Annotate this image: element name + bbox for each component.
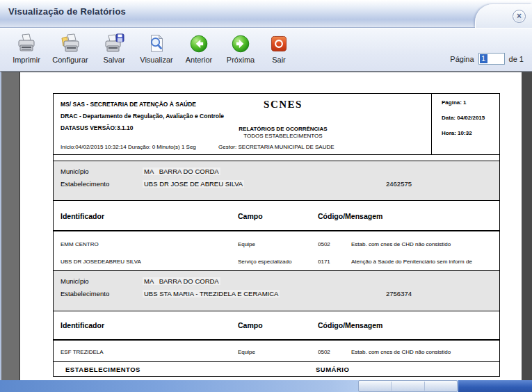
preview-button-label: Visualizar: [140, 56, 173, 64]
estabelecimento-value: UBS DR JOSE DE ABREU SILVA: [143, 180, 244, 188]
configure-button-label: Configurar: [52, 56, 88, 64]
table-rows-2: ESF TREZIDELA Equipe 0502 Estab. com cne…: [53, 341, 500, 362]
row-mensagem: Atenção à Saúde do Penitenciário sem inf…: [351, 259, 499, 265]
previous-arrow-icon: [189, 33, 209, 55]
report-header: MS/ SAS - SECRETARIA DE ATENÇÃO À SAÚDE …: [53, 93, 500, 155]
col-campo: Campo: [238, 321, 318, 339]
col-identificador: Identificador: [61, 212, 238, 230]
page-number-value: 1: [480, 54, 487, 63]
report-header-right: Página: 1 Data: 04/02/2015 Hora: 10:32: [431, 94, 499, 154]
org-line1: MS/ SAS - SECRETARIA DE ATENÇÃO À SAÚDE: [61, 99, 224, 111]
row-identificador: UBS DR JOSEDEABREU SILVA: [61, 259, 238, 265]
estabelecimento-value: UBS STA MARIA - TREZIDELA E CERAMICA: [143, 290, 280, 297]
table-row: UBS DR JOSEDEABREU SILVA Serviço especia…: [54, 253, 499, 270]
print-button[interactable]: Imprimir: [6, 32, 47, 64]
municipio-label: Município: [61, 168, 143, 175]
table-rows-1: EMM CENTRO Equipe 0502 Estab. com cnes d…: [53, 231, 500, 271]
row-codigo: 0502: [318, 241, 351, 247]
report-viewer: MS/ SAS - SECRETARIA DE ATENÇÃO À SAÚDE …: [0, 72, 532, 380]
toolbar: Imprimir Configurar Sa: [0, 28, 532, 72]
org-line2: DRAC - Departamento de Regulação, Avalia…: [61, 111, 224, 122]
header-date: Data: 04/02/2015: [442, 115, 499, 121]
print-button-label: Imprimir: [13, 56, 40, 64]
header-time: Hora: 10:32: [442, 130, 499, 136]
table-header-1: Identificador Campo Código/Mensagem: [53, 201, 500, 231]
window-title: Visualização de Relatórios: [8, 6, 126, 17]
municipio-value: MA BARRA DO CORDA: [143, 277, 220, 285]
col-identificador: Identificador: [61, 321, 238, 339]
spacer: [53, 155, 500, 161]
next-button[interactable]: Próxima: [220, 32, 261, 64]
report-title: RELATÓRIOS DE OCORRÊNCIAS: [193, 126, 373, 133]
report-content: MS/ SAS - SECRETARIA DE ATENÇÃO À SAÚDE …: [53, 93, 500, 377]
preview-button[interactable]: Visualizar: [135, 32, 178, 64]
table-row: EMM CENTRO Equipe 0502 Estab. com cnes d…: [54, 236, 499, 253]
save-button[interactable]: Salvar: [93, 32, 135, 64]
previous-button-label: Anterior: [186, 56, 213, 64]
header-page: Página: 1: [442, 99, 499, 106]
report-subtitle: TODOS ESTABELECIMENTOS: [193, 133, 373, 140]
row-codigo: 0502: [318, 349, 351, 355]
gestor-line: Gestor: SECRETARIA MUNICIPAL DE SAUDE: [218, 144, 334, 150]
col-campo: Campo: [238, 212, 318, 230]
scrollbar-track-right[interactable]: [458, 380, 532, 392]
row-campo: Equipe: [238, 349, 318, 355]
printer-save-icon: [103, 33, 125, 55]
next-button-label: Próxima: [227, 56, 255, 64]
col-codigo-mensagem: Código/Mensagem: [318, 212, 499, 230]
exit-button[interactable]: Sair: [261, 32, 296, 64]
titlebar: Visualização de Relatórios ×: [0, 0, 532, 28]
cnes-code: 2756374: [386, 290, 499, 297]
municipio-value: MA BARRA DO CORDA: [143, 168, 220, 175]
cnes-code: 2462575: [386, 180, 499, 188]
col-codigo-mensagem: Código/Mensagem: [318, 321, 499, 339]
next-arrow-icon: [231, 33, 250, 55]
save-button-label: Salvar: [103, 56, 124, 64]
preview-icon: [146, 33, 167, 55]
scrollbar-thumb[interactable]: [358, 380, 458, 392]
page-label: Página: [450, 55, 474, 63]
report-summary-row: ESTABELECIMENTOS SUMÁRIO: [53, 362, 500, 377]
row-codigo: 0171: [318, 259, 351, 265]
summary-left: ESTABELECIMENTOS: [65, 366, 316, 373]
viewer-right-margin: [520, 72, 532, 380]
table-row: ESF TREZIDELA Equipe 0502 Estab. com cne…: [54, 342, 499, 361]
page-total-label: de 1: [509, 55, 524, 63]
municipality-band-1: Município MA BARRA DO CORDA Estabelecime…: [53, 161, 500, 201]
summary-right: SUMÁRIO: [316, 366, 499, 373]
configure-button[interactable]: Configurar: [47, 32, 93, 64]
estabelecimento-label: Estabelecimento: [61, 180, 143, 188]
row-mensagem: Estab. com cnes de CHD não consistido: [351, 349, 499, 355]
scnes-logo: SCNES: [213, 99, 353, 111]
row-identificador: EMM CENTRO: [61, 241, 238, 247]
municipio-label: Município: [61, 277, 143, 285]
estabelecimento-label: Estabelecimento: [61, 290, 143, 297]
row-campo: Serviço especializado: [238, 259, 318, 265]
runtime-line: Início:04/02/2015 10:32:14 Duração: 0 Mi…: [61, 144, 196, 150]
printer-icon: [15, 33, 38, 55]
titlebar-corner: ×: [475, 4, 532, 28]
row-identificador: ESF TREZIDELA: [61, 349, 238, 355]
horizontal-scrollbar[interactable]: [0, 380, 532, 392]
page-number-input[interactable]: 1: [478, 53, 505, 65]
previous-button[interactable]: Anterior: [178, 32, 220, 64]
report-title-block: RELATÓRIOS DE OCORRÊNCIAS TODOS ESTABELE…: [193, 126, 373, 140]
printer-config-icon: [59, 33, 81, 55]
report-page: MS/ SAS - SECRETARIA DE ATENÇÃO À SAÚDE …: [19, 72, 522, 380]
exit-button-label: Sair: [272, 56, 286, 64]
row-campo: Equipe: [238, 241, 318, 247]
municipality-band-2: Município MA BARRA DO CORDA Estabelecime…: [53, 271, 500, 311]
table-header-2: Identificador Campo Código/Mensagem: [53, 311, 500, 341]
page-control: Página 1 de 1: [450, 53, 524, 65]
exit-icon: [270, 33, 288, 55]
close-icon[interactable]: ×: [513, 10, 526, 23]
row-mensagem: Estab. com cnes de CHD não consistido: [351, 241, 499, 247]
